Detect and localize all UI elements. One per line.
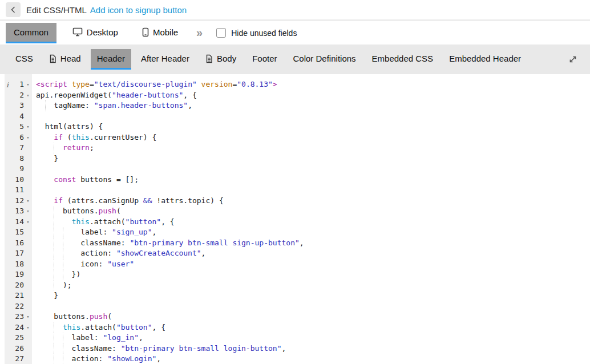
code-text[interactable]: icon: "user" — [32, 259, 134, 270]
tab-after-header[interactable]: After Header — [135, 49, 196, 70]
overflow-chevrons-icon[interactable]: » — [196, 26, 201, 39]
code-line[interactable]: 26 className: "btn-primary btn-small log… — [5, 343, 590, 354]
tab-label: After Header — [141, 54, 189, 63]
device-tabs-bar: Common Desktop Mobile » Hide unused fiel… — [0, 21, 590, 45]
code-text[interactable]: if (this.currentUser) { — [32, 132, 156, 143]
fold-slot — [24, 164, 32, 175]
fold-arrow-icon[interactable]: ▾ — [24, 312, 32, 322]
fold-arrow-icon[interactable]: ▾ — [24, 122, 32, 132]
file-icon — [49, 54, 56, 63]
code-text[interactable]: buttons.push( — [32, 312, 112, 322]
code-line[interactable]: 9 — [5, 164, 590, 175]
code-line[interactable]: 2▾api.reopenWidget("header-buttons", { — [5, 90, 590, 101]
gutter-cell: 24▾ — [5, 322, 32, 333]
code-text[interactable]: return; — [32, 143, 94, 153]
code-text[interactable]: if (attrs.canSignUp && !attrs.topic) { — [32, 196, 224, 207]
tab-common[interactable]: Common — [6, 23, 56, 43]
hide-unused-label: Hide unused fields — [231, 29, 297, 38]
line-number: 6 — [5, 132, 24, 143]
fold-arrow-icon[interactable]: ▾ — [24, 90, 32, 101]
code-line[interactable]: 18 icon: "user" — [5, 259, 590, 270]
tab-label: CSS — [15, 54, 33, 63]
code-text[interactable]: <script type="text/discourse-plugin" ver… — [32, 79, 277, 90]
tab-embedded-header[interactable]: Embedded Header — [443, 49, 527, 70]
code-line[interactable]: 24▾ this.attach("button", { — [5, 322, 590, 333]
code-line[interactable]: 5▾ html(attrs) { — [5, 122, 590, 132]
code-editor[interactable]: i1▾<script type="text/discourse-plugin" … — [0, 74, 590, 364]
code-line[interactable]: 10 const buttons = []; — [5, 175, 590, 185]
code-line[interactable]: 6▾ if (this.currentUser) { — [5, 132, 590, 143]
fold-arrow-icon[interactable]: ▾ — [24, 196, 32, 207]
code-line[interactable]: 22 — [5, 301, 590, 312]
tab-embedded-css[interactable]: Embedded CSS — [366, 49, 440, 70]
code-text[interactable]: action: "showCreateAccount", — [32, 248, 205, 259]
tab-header[interactable]: Header — [91, 49, 131, 70]
code-text[interactable]: ); — [32, 280, 72, 291]
code-line[interactable]: 27 action: "showLogin", — [5, 354, 590, 364]
back-button[interactable] — [6, 2, 21, 17]
indent-guide — [54, 280, 54, 291]
code-line[interactable]: 23▾ buttons.push( — [5, 312, 590, 322]
gutter-cell: 14▾ — [5, 217, 32, 228]
tab-color-definitions[interactable]: Color Definitions — [287, 49, 362, 70]
tab-head[interactable]: Head — [43, 49, 87, 70]
line-number: 3 — [5, 100, 24, 111]
code-line[interactable]: 15 label: "sign_up", — [5, 227, 590, 238]
customization-name-link[interactable]: Add icon to signup button — [90, 5, 187, 15]
code-text[interactable]: className: "btn-primary btn-small sign-u… — [32, 238, 304, 249]
fold-slot — [24, 333, 32, 343]
code-text[interactable]: this.attach("button", { — [32, 217, 175, 228]
code-text[interactable]: }) — [32, 269, 80, 280]
code-text[interactable]: const buttons = []; — [32, 175, 139, 185]
tab-css[interactable]: CSS — [9, 49, 39, 70]
code-text[interactable] — [32, 185, 36, 196]
line-number: 14 — [5, 217, 24, 228]
fold-arrow-icon[interactable]: ▾ — [24, 206, 32, 217]
fold-arrow-icon[interactable]: ▾ — [24, 322, 32, 333]
code-text[interactable] — [32, 164, 36, 175]
tab-body[interactable]: Body — [199, 49, 243, 70]
code-text[interactable] — [32, 301, 36, 312]
gutter-cell: 12▾ — [5, 196, 32, 207]
fold-arrow-icon[interactable]: ▾ — [24, 132, 32, 143]
code-line[interactable]: 16 className: "btn-primary btn-small sig… — [5, 238, 590, 249]
code-line[interactable]: 8 } — [5, 153, 590, 164]
fold-arrow-icon[interactable]: ▾ — [24, 79, 32, 90]
code-line[interactable]: 4 — [5, 111, 590, 122]
code-text[interactable]: } — [32, 290, 58, 301]
code-text[interactable]: tagName: "span.header-buttons", — [32, 100, 192, 111]
code-line[interactable]: 13▾ buttons.push( — [5, 206, 590, 217]
code-line[interactable]: 12▾ if (attrs.canSignUp && !attrs.topic)… — [5, 196, 590, 207]
indent-guide — [54, 248, 54, 259]
code-text[interactable]: label: "log_in", — [32, 333, 143, 343]
hide-unused-checkbox[interactable] — [216, 28, 226, 38]
code-line[interactable]: 3 tagName: "span.header-buttons", — [5, 100, 590, 111]
code-text[interactable] — [32, 111, 36, 122]
line-number: 10 — [5, 175, 24, 185]
code-line[interactable]: 20 ); — [5, 280, 590, 291]
code-text[interactable]: this.attach("button", { — [32, 322, 165, 333]
code-line[interactable]: i1▾<script type="text/discourse-plugin" … — [5, 79, 590, 90]
code-line[interactable]: 11 — [5, 185, 590, 196]
code-line[interactable]: 19 }) — [5, 269, 590, 280]
tab-label: Embedded Header — [449, 54, 521, 63]
code-text[interactable]: className: "btn-primary btn-small login-… — [32, 343, 286, 354]
tab-desktop[interactable]: Desktop — [64, 23, 126, 43]
code-line[interactable]: 14▾ this.attach("button", { — [5, 217, 590, 228]
code-line[interactable]: 25 label: "log_in", — [5, 333, 590, 343]
code-text[interactable]: html(attrs) { — [32, 122, 103, 132]
line-number: 17 — [5, 248, 24, 259]
code-line[interactable]: 21 } — [5, 290, 590, 301]
code-line[interactable]: 17 action: "showCreateAccount", — [5, 248, 590, 259]
maximize-icon[interactable] — [568, 55, 581, 64]
tab-mobile[interactable]: Mobile — [134, 23, 186, 43]
code-text[interactable]: } — [32, 153, 58, 164]
code-line[interactable]: 7 return; — [5, 143, 590, 153]
fold-arrow-icon[interactable]: ▾ — [24, 217, 32, 228]
gutter-cell: 16 — [5, 238, 32, 249]
tab-footer[interactable]: Footer — [246, 49, 283, 70]
code-text[interactable]: api.reopenWidget("header-buttons", { — [32, 90, 197, 101]
code-text[interactable]: action: "showLogin", — [32, 354, 161, 364]
code-text[interactable]: buttons.push( — [32, 206, 121, 217]
code-text[interactable]: label: "sign_up", — [32, 227, 156, 238]
